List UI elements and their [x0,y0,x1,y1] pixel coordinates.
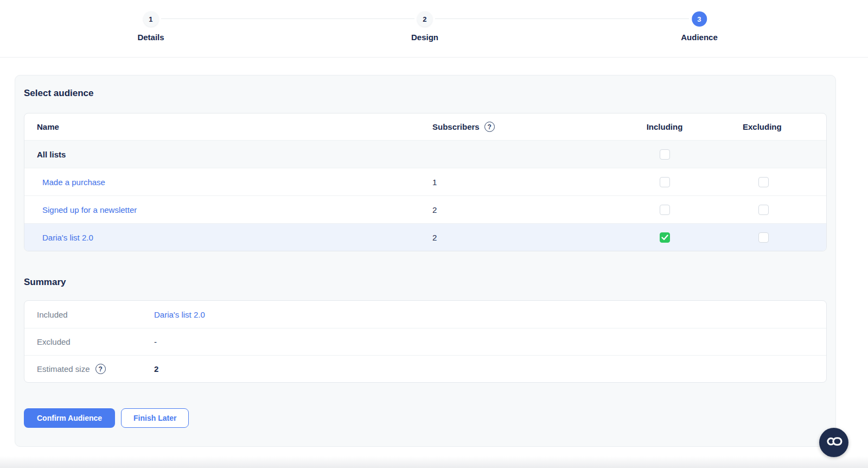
excluding-checkbox[interactable] [758,177,769,187]
summary-row-estimated-size: Estimated size ? 2 [24,355,826,382]
action-buttons: Confirm Audience Finish Later [24,408,827,428]
finish-later-button[interactable]: Finish Later [121,408,189,428]
select-audience-title: Select audience [24,87,827,100]
step-label: Design [411,33,438,42]
stepper-connector [435,18,689,19]
audience-step-card: Select audience Name Subscribers ? Inclu… [15,75,836,447]
subscriber-count: 2 [432,205,616,214]
summary-title: Summary [24,276,827,289]
column-header-including: Including [616,122,713,131]
list-link-darias-list[interactable]: Daria's list 2.0 [42,233,93,242]
column-header-name: Name [24,122,432,131]
excluding-checkbox[interactable] [758,232,769,243]
table-row-all-lists: All lists [24,140,826,168]
summary-label: Included [24,310,154,319]
subscribers-help-icon[interactable]: ? [484,122,495,132]
step-label: Audience [681,33,718,42]
list-link-made-a-purchase[interactable]: Made a purchase [42,178,105,187]
excluded-value: - [154,337,826,346]
brand-logo-icon [825,436,843,449]
confirm-audience-button[interactable]: Confirm Audience [24,408,115,428]
including-checkbox[interactable] [660,205,670,215]
step-number-badge: 3 [692,11,707,27]
wizard-stepper: 1 Details 2 Design 3 Audience [0,0,868,58]
included-list-link[interactable]: Daria's list 2.0 [154,310,205,319]
table-row: Made a purchase 1 [24,168,826,195]
list-link-signed-up-newsletter[interactable]: Signed up for a newsletter [42,205,137,214]
step-design[interactable]: 2 Design [411,11,438,42]
table-row: Daria's list 2.0 2 [24,223,826,251]
step-audience[interactable]: 3 Audience [681,11,718,42]
subscriber-count: 1 [432,178,616,187]
estimated-size-value: 2 [154,364,826,374]
summary-label: Excluded [24,337,154,346]
including-checkbox[interactable] [660,232,670,243]
page-bottom-fade [0,456,868,468]
summary-row-excluded: Excluded - [24,328,826,355]
audience-table: Name Subscribers ? Including Excluding A… [24,113,827,251]
step-label: Details [137,33,164,42]
all-lists-label: All lists [24,150,432,159]
summary-label: Estimated size [37,364,90,374]
step-number-badge: 1 [143,11,158,27]
step-details[interactable]: 1 Details [137,11,164,42]
column-header-excluding: Excluding [713,122,826,131]
all-lists-including-checkbox[interactable] [660,149,670,160]
step-number-badge: 2 [417,11,432,27]
chat-widget-button[interactable] [819,428,848,457]
estimated-size-help-icon[interactable]: ? [95,364,106,374]
audience-table-header: Name Subscribers ? Including Excluding [24,113,826,140]
table-row: Signed up for a newsletter 2 [24,195,826,223]
including-checkbox[interactable] [660,177,670,187]
summary-table: Included Daria's list 2.0 Excluded - Est… [24,300,827,383]
summary-row-included: Included Daria's list 2.0 [24,301,826,328]
subscriber-count: 2 [432,233,616,242]
stepper-connector [161,18,414,19]
column-header-subscribers: Subscribers ? [432,122,616,132]
excluding-checkbox[interactable] [758,205,769,215]
